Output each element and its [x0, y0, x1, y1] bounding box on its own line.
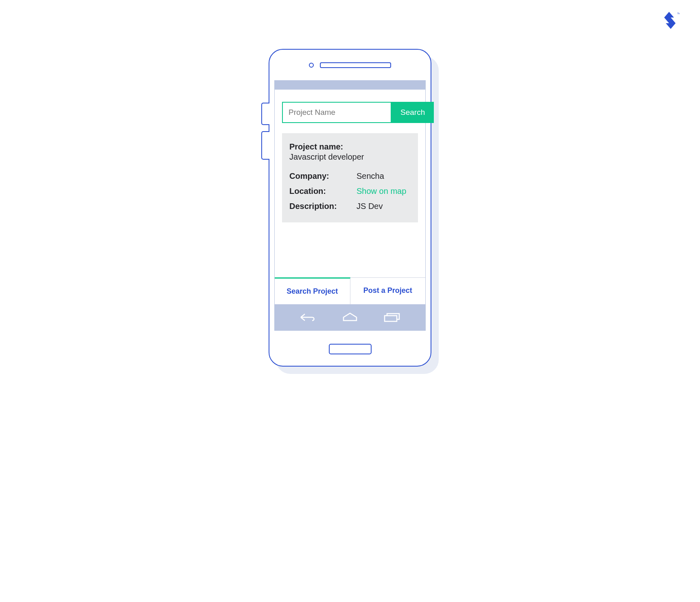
speaker-icon: [320, 62, 391, 68]
home-icon[interactable]: [341, 312, 359, 322]
phone-screen: Search Project name: Javascript develope…: [274, 80, 426, 331]
phone-mockup: Search Project name: Javascript develope…: [269, 49, 431, 367]
volume-button-down: [261, 131, 269, 160]
search-input[interactable]: [282, 102, 392, 123]
tab-search-project[interactable]: Search Project: [275, 277, 350, 304]
tab-bar: Search Project Post a Project: [275, 277, 425, 304]
brand-logo: TM: [663, 10, 680, 32]
project-name-label: Project name:: [289, 142, 411, 152]
svg-text:TM: TM: [677, 12, 680, 15]
camera-icon: [309, 63, 314, 68]
recent-apps-icon[interactable]: [383, 312, 401, 322]
phone-top-bezel: [269, 50, 431, 80]
search-row: Search: [282, 102, 418, 123]
location-label: Location:: [289, 187, 357, 196]
search-button[interactable]: Search: [392, 102, 434, 123]
status-bar: [275, 81, 425, 90]
description-value: JS Dev: [357, 202, 383, 211]
location-link[interactable]: Show on map: [357, 187, 406, 196]
description-label: Description:: [289, 202, 357, 211]
phone-bottom-bezel: [269, 331, 431, 367]
company-value: Sencha: [357, 171, 384, 181]
project-card: Project name: Javascript developer Compa…: [282, 133, 418, 222]
home-button: [329, 344, 372, 354]
volume-button-up: [261, 103, 269, 125]
svg-rect-1: [385, 316, 397, 321]
android-nav-bar: [275, 304, 425, 330]
back-icon[interactable]: [299, 312, 317, 322]
company-label: Company:: [289, 171, 357, 181]
project-name-value: Javascript developer: [289, 152, 411, 162]
tab-post-project[interactable]: Post a Project: [350, 278, 426, 304]
